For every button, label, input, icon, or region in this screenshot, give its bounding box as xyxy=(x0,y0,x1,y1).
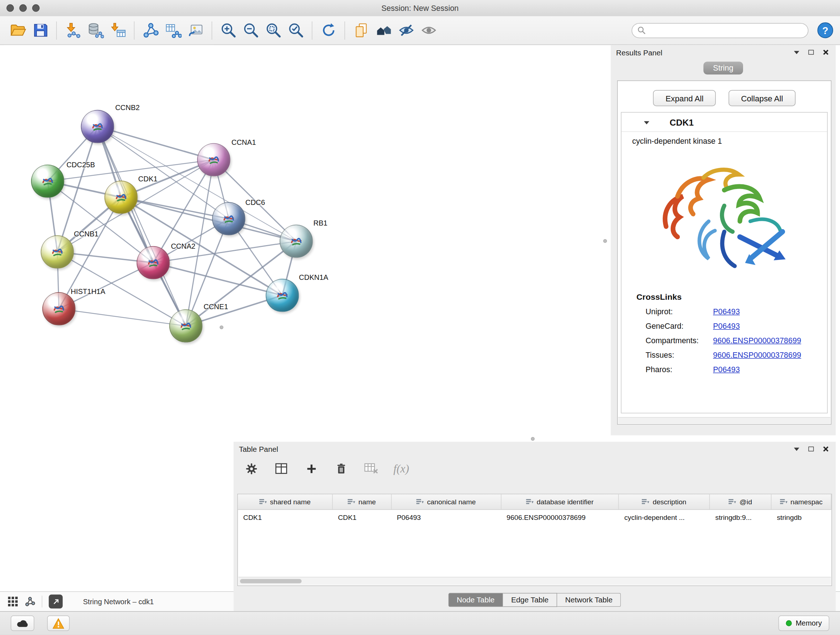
cell-name[interactable]: CDK1 xyxy=(332,513,392,521)
duplicate-network-button[interactable] xyxy=(350,19,372,42)
column-header-shared-name[interactable]: shared name xyxy=(238,494,333,509)
protein-ribbon-thumbnail-icon xyxy=(288,233,304,249)
node-CDKN1A[interactable] xyxy=(266,279,299,312)
show-all-button[interactable] xyxy=(417,19,440,42)
import-table-from-file-button[interactable] xyxy=(107,19,129,42)
edge-CCNB2-CCNE1[interactable] xyxy=(98,126,186,326)
protein-ribbon-thumbnail-icon xyxy=(274,287,290,303)
cell-id[interactable]: stringdb:9... xyxy=(710,513,771,521)
tab-node-table[interactable]: Node Table xyxy=(448,593,503,607)
panel-menu-caret-icon[interactable] xyxy=(794,51,799,54)
network-overview-icon[interactable] xyxy=(25,596,35,607)
svg-text:?: ? xyxy=(822,25,829,36)
node-HIST1H1A[interactable] xyxy=(42,292,76,325)
help-button[interactable]: ? xyxy=(817,22,834,39)
node-CCNB2[interactable] xyxy=(81,110,114,143)
cell-database-identifier[interactable]: 9606.ENSP00000378699 xyxy=(501,513,619,521)
network-from-table-button[interactable] xyxy=(162,19,184,42)
toolbar-separator xyxy=(212,21,212,39)
title-bar[interactable]: Session: New Session xyxy=(0,0,840,17)
column-type-icon xyxy=(259,499,267,505)
column-header-name[interactable]: name xyxy=(332,494,392,509)
function-builder-button[interactable]: f(x) xyxy=(393,461,409,477)
refresh-view-button[interactable] xyxy=(317,19,340,42)
crosslink-value-link[interactable]: P06493 xyxy=(713,307,740,316)
node-CDK1[interactable] xyxy=(104,181,138,214)
zoom-out-button[interactable] xyxy=(240,19,262,42)
node-label-CCNB2: CCNB2 xyxy=(115,103,140,111)
zoom-fit-button[interactable] xyxy=(262,19,284,42)
close-panel-icon[interactable] xyxy=(823,446,829,452)
import-network-from-database-button[interactable] xyxy=(84,19,106,42)
node-CCNA1[interactable] xyxy=(197,143,231,176)
columns-icon xyxy=(275,463,288,475)
edge-HIST1H1A-CCNE1[interactable] xyxy=(59,309,186,326)
cell-description[interactable]: cyclin-dependent ... xyxy=(619,513,710,521)
tab-string[interactable]: String xyxy=(703,62,743,74)
add-column-button[interactable] xyxy=(303,461,319,477)
collapse-entry-caret-icon[interactable] xyxy=(644,121,649,124)
cell-shared-name[interactable]: CDK1 xyxy=(238,513,333,521)
panel-menu-caret-icon[interactable] xyxy=(794,448,799,451)
column-header-id[interactable]: @id xyxy=(710,494,771,509)
warnings-button[interactable] xyxy=(47,616,69,631)
splitter-handle[interactable] xyxy=(603,239,607,242)
column-header-database-identifier[interactable]: database identifier xyxy=(501,494,619,509)
table-settings-button[interactable] xyxy=(243,461,259,477)
hide-selected-button[interactable] xyxy=(395,19,417,42)
search-input[interactable] xyxy=(649,26,802,35)
memory-button[interactable]: Memory xyxy=(778,616,829,631)
delete-column-button[interactable] xyxy=(333,461,349,477)
tab-network-table[interactable]: Network Table xyxy=(557,593,621,607)
grid-view-icon[interactable] xyxy=(8,596,19,607)
column-type-icon xyxy=(780,499,787,505)
edge-CCNB2-CCNA1[interactable] xyxy=(98,126,214,160)
zoom-in-button[interactable] xyxy=(217,19,240,42)
zoom-selected-button[interactable] xyxy=(284,19,307,42)
node-CDC6[interactable] xyxy=(212,202,245,235)
cell-namespac[interactable]: stringdb xyxy=(772,513,832,521)
tab-edge-table[interactable]: Edge Table xyxy=(503,593,557,607)
node-RB1[interactable] xyxy=(279,225,313,258)
column-header-canonical-name[interactable]: canonical name xyxy=(392,494,501,509)
node-CDC25B[interactable] xyxy=(31,165,65,198)
export-image-button[interactable] xyxy=(184,19,207,42)
close-panel-icon[interactable] xyxy=(823,49,829,55)
search-icon xyxy=(638,27,645,35)
node-CCNA2[interactable] xyxy=(137,246,170,279)
column-header-description[interactable]: description xyxy=(619,494,710,509)
scrollbar-thumb[interactable] xyxy=(240,579,302,583)
show-columns-button[interactable] xyxy=(273,461,289,477)
crosslink-value-link[interactable]: P06493 xyxy=(713,321,740,330)
crosslink-value-link[interactable]: 9606.ENSP00000378699 xyxy=(713,336,801,345)
float-panel-icon[interactable] xyxy=(808,447,814,451)
table-horizontal-scrollbar[interactable] xyxy=(238,577,831,585)
cell-canonical-name[interactable]: P06493 xyxy=(392,513,501,521)
workspace: Control Panel NetworkStyleSelectSets xyxy=(0,45,840,611)
home-button[interactable] xyxy=(372,19,395,42)
save-session-button[interactable] xyxy=(29,19,51,42)
edge-CDK1-RB1[interactable] xyxy=(121,197,296,241)
node-CCNB1[interactable] xyxy=(41,235,74,269)
cloud-status-button[interactable] xyxy=(11,616,34,631)
splitter-handle[interactable] xyxy=(531,437,535,440)
protein-ribbon-thumbnail-icon xyxy=(49,244,65,260)
memory-status-dot-icon xyxy=(786,620,792,626)
delete-table-button[interactable] xyxy=(363,461,379,477)
crosslink-value-link[interactable]: 9606.ENSP00000378699 xyxy=(713,350,801,359)
open-session-button[interactable] xyxy=(6,19,29,42)
column-header-namespac[interactable]: namespac xyxy=(772,494,832,509)
node-CCNE1[interactable] xyxy=(169,309,202,342)
expand-all-button[interactable]: Expand All xyxy=(653,90,716,106)
crosslink-value-link[interactable]: P06493 xyxy=(713,365,740,374)
new-network-button[interactable] xyxy=(139,19,162,42)
open-in-browser-button[interactable] xyxy=(49,594,63,608)
results-horizontal-scrollbar[interactable] xyxy=(618,417,830,424)
splitter-handle[interactable] xyxy=(219,325,223,329)
column-type-icon xyxy=(729,499,737,505)
node-result-header[interactable]: CDK1 xyxy=(622,112,827,132)
import-network-from-file-button[interactable] xyxy=(62,19,84,42)
collapse-all-button[interactable]: Collapse All xyxy=(729,90,795,106)
float-panel-icon[interactable] xyxy=(808,50,814,55)
table-row[interactable]: CDK1CDK1P064939606.ENSP00000378699cyclin… xyxy=(238,510,832,524)
